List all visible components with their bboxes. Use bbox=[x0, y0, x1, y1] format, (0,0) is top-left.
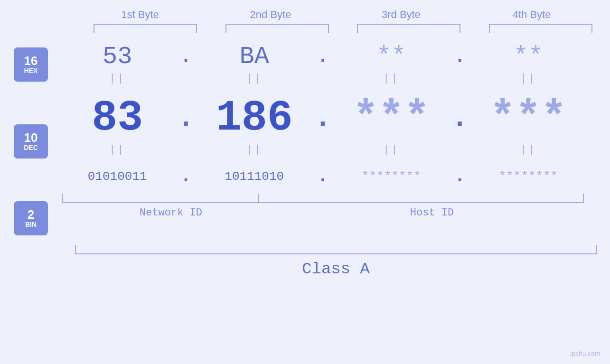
pipe6: || bbox=[202, 144, 307, 156]
dec-dot2: . bbox=[313, 102, 332, 134]
pipe7: || bbox=[339, 144, 443, 156]
bracket-b3 bbox=[357, 24, 460, 33]
byte2-header: 2nd Byte bbox=[218, 9, 323, 21]
top-brackets bbox=[75, 24, 597, 33]
class-label: Class A bbox=[75, 260, 597, 278]
network-id-label: Network ID bbox=[62, 207, 280, 219]
bin-data-row: 01010011 . 10111010 . ******** . *******… bbox=[62, 166, 584, 187]
dec-b1: 83 bbox=[65, 94, 169, 142]
watermark: ipshu.com bbox=[570, 350, 601, 357]
bin-b4: ******** bbox=[476, 169, 581, 184]
byte-headers: 1st Byte 2nd Byte 3rd Byte 4th Byte bbox=[75, 9, 597, 21]
id-labels: Network ID Host ID bbox=[62, 207, 584, 219]
bracket-b1 bbox=[94, 24, 197, 33]
byte4-header: 4th Byte bbox=[479, 9, 584, 21]
pipe5: || bbox=[65, 144, 169, 156]
hex-b2: BA bbox=[202, 43, 307, 71]
bottom-brackets-area: Network ID Host ID bbox=[62, 194, 584, 219]
hex-dot1: . bbox=[176, 46, 195, 67]
hex-dot3: . bbox=[450, 46, 469, 67]
bin-b2: 10111010 bbox=[202, 169, 307, 184]
bracket-b2 bbox=[225, 24, 329, 33]
dec-dot3: . bbox=[450, 102, 469, 134]
bin-b1: 01010011 bbox=[65, 169, 169, 184]
host-id-label: Host ID bbox=[280, 207, 584, 219]
byte3-header: 3rd Byte bbox=[349, 9, 453, 21]
bin-dot3: . bbox=[450, 166, 469, 187]
bottom-bracket-row bbox=[62, 194, 584, 203]
network-bracket bbox=[62, 194, 259, 203]
bin-dot1: . bbox=[176, 166, 195, 187]
dec-b2: 186 bbox=[202, 94, 307, 142]
dec-b3: *** bbox=[339, 94, 443, 142]
dec-data-row: 83 . 186 . *** . *** bbox=[62, 94, 584, 142]
hex-b1: 53 bbox=[65, 43, 169, 71]
bin-badge: 2 BIN bbox=[14, 201, 48, 235]
main-grid: 16 HEX 10 DEC 2 BIN 53 . BA bbox=[0, 38, 610, 235]
pipe8: || bbox=[476, 144, 581, 156]
data-rows: 53 . BA . ** . ** || || bbox=[62, 38, 610, 219]
pipe4: || bbox=[476, 73, 581, 84]
pipe1: || bbox=[65, 73, 169, 84]
pipe3: || bbox=[339, 73, 443, 84]
outer-bracket bbox=[75, 245, 597, 254]
byte1-header: 1st Byte bbox=[88, 9, 192, 21]
dec-dot1: . bbox=[176, 102, 195, 134]
hex-data-row: 53 . BA . ** . ** bbox=[62, 43, 584, 71]
host-bracket bbox=[258, 194, 584, 203]
hex-b3: ** bbox=[339, 43, 443, 71]
badges-column: 16 HEX 10 DEC 2 BIN bbox=[0, 38, 62, 235]
dec-b4: *** bbox=[476, 94, 581, 142]
hex-dot2: . bbox=[313, 46, 332, 67]
bracket-b4 bbox=[489, 24, 592, 33]
hex-b4: ** bbox=[476, 43, 581, 71]
pipe-row-2: || || || || bbox=[62, 144, 584, 156]
main-container: 1st Byte 2nd Byte 3rd Byte 4th Byte 16 H… bbox=[0, 0, 610, 364]
dec-badge: 10 DEC bbox=[14, 124, 48, 159]
pipe2: || bbox=[202, 73, 307, 84]
hex-badge: 16 HEX bbox=[14, 47, 48, 82]
pipe-row-1: || || || || bbox=[62, 73, 584, 84]
bin-dot2: . bbox=[313, 166, 332, 187]
bin-b3: ******** bbox=[339, 169, 443, 184]
outer-bottom-section: Class A bbox=[75, 245, 597, 278]
